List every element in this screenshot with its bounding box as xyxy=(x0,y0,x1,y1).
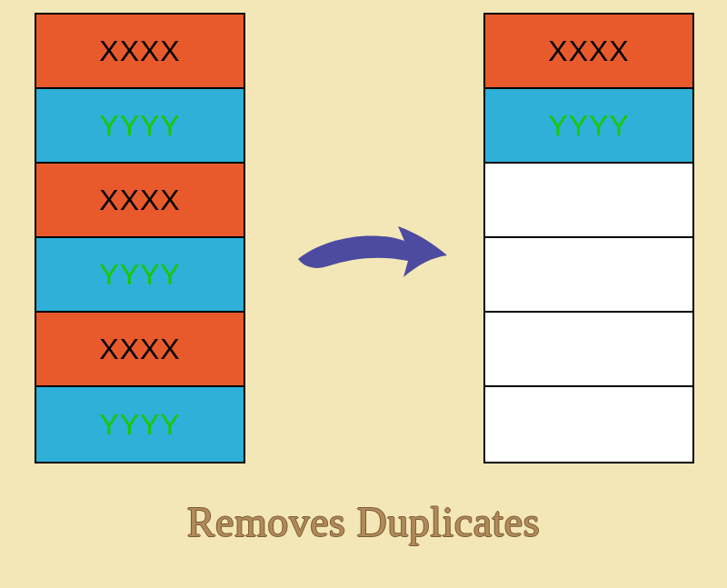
table-row: XXXX xyxy=(36,313,244,387)
table-row: YYYY xyxy=(36,238,244,313)
table-row: YYYY xyxy=(36,89,244,164)
source-table: XXXX YYYY XXXX YYYY XXXX YYYY xyxy=(35,13,245,463)
table-row xyxy=(485,238,692,313)
caption-text: Removes Duplicates xyxy=(0,498,727,546)
table-row: XXXX xyxy=(36,164,244,238)
cell-label: XXXX xyxy=(99,333,180,366)
cell-label: YYYY xyxy=(99,408,180,442)
cell-label: XXXX xyxy=(548,35,629,68)
cell-label: YYYY xyxy=(99,258,180,292)
cell-label: XXXX xyxy=(99,184,180,217)
table-row: YYYY xyxy=(36,387,244,462)
table-row: YYYY xyxy=(485,89,692,164)
arrow-icon xyxy=(291,204,454,286)
table-row xyxy=(485,164,692,238)
table-row: XXXX xyxy=(485,15,692,89)
cell-label: XXXX xyxy=(99,35,180,68)
cell-label: YYYY xyxy=(99,109,180,143)
result-table: XXXX YYYY xyxy=(483,13,694,463)
cell-label: YYYY xyxy=(548,109,629,143)
table-row: XXXX xyxy=(36,15,244,89)
table-row xyxy=(485,313,692,387)
table-row xyxy=(485,387,692,462)
